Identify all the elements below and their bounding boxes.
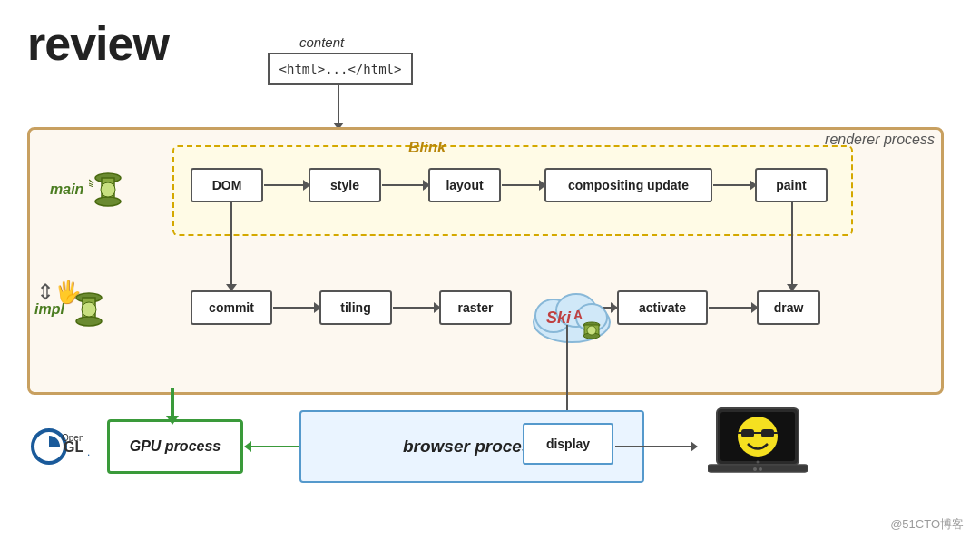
svg-rect-30	[741, 429, 754, 437]
svg-line-4	[89, 180, 93, 183]
arrow-commit-tiling	[273, 307, 320, 309]
laptop-icon	[708, 404, 808, 486]
node-tiling: tiling	[319, 290, 392, 325]
main-spool-icon	[89, 171, 127, 209]
html-box: <html>...</html>	[268, 53, 413, 85]
svg-text:Open: Open	[62, 433, 83, 443]
node-raster: raster	[439, 290, 512, 325]
svg-line-6	[89, 185, 93, 187]
thread-main: main	[50, 171, 127, 209]
watermark: @51CTO博客	[890, 516, 964, 533]
opengl-logo: GL Open .	[29, 427, 102, 466]
svg-text:.: .	[87, 446, 90, 458]
svg-text:Ski: Ski	[546, 309, 572, 327]
node-style: style	[309, 168, 381, 202]
node-commit: commit	[191, 290, 272, 325]
arrow-paint-down	[791, 202, 793, 290]
page-title: review	[27, 16, 169, 71]
node-compositing-update: compositing update	[544, 168, 712, 202]
blink-box	[172, 145, 853, 236]
thread-impl: impl	[34, 290, 108, 329]
svg-point-36	[753, 467, 757, 471]
skia-cloud: Ski A	[526, 272, 617, 345]
arrow-activate-draw	[709, 307, 758, 309]
arrow-dom-style	[264, 184, 309, 186]
svg-text:A: A	[573, 308, 583, 322]
node-dom: DOM	[191, 168, 263, 202]
impl-spool-icon	[70, 290, 108, 329]
thread-impl-label: impl	[34, 301, 64, 318]
svg-rect-35	[708, 465, 808, 472]
node-paint: paint	[755, 168, 828, 202]
arrow-comp-paint	[713, 184, 756, 186]
content-label: content	[299, 34, 344, 50]
svg-point-3	[101, 182, 115, 197]
arrow-browser-gpu	[245, 446, 301, 447]
node-layout: layout	[428, 168, 501, 202]
svg-point-38	[757, 461, 760, 464]
opengl-svg: GL Open .	[29, 427, 102, 466]
node-draw: draw	[757, 290, 820, 325]
svg-marker-22	[166, 416, 179, 425]
svg-point-2	[95, 197, 121, 206]
display-box: display	[523, 423, 613, 465]
arrow-dom-down	[230, 202, 232, 290]
arrow-layout-comp	[502, 184, 545, 186]
svg-point-10	[82, 302, 96, 317]
gpu-process-box: GPU process	[107, 419, 243, 474]
svg-line-5	[89, 183, 93, 185]
svg-point-37	[759, 467, 762, 471]
arrow-display-laptop	[615, 446, 697, 447]
arrow-style-layout	[382, 184, 429, 186]
svg-point-20	[587, 326, 596, 335]
node-activate: activate	[617, 290, 708, 325]
svg-point-9	[76, 317, 102, 326]
svg-rect-31	[761, 429, 774, 437]
arrow-html-down	[338, 85, 339, 129]
arrow-tiling-raster	[393, 307, 440, 309]
thread-main-label: main	[50, 182, 83, 198]
arrow-renderer-gpu	[163, 388, 181, 425]
blink-label: Blink	[408, 139, 446, 157]
